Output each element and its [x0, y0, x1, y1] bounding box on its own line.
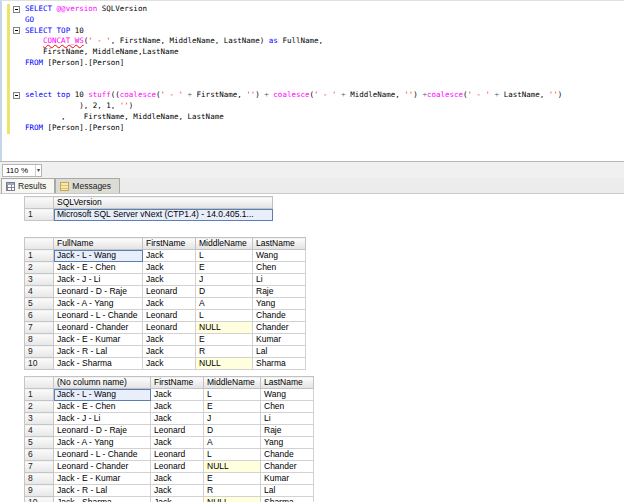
zoom-level-select[interactable]: 110 % ▾: [2, 164, 42, 177]
grid-cell[interactable]: Jack: [143, 262, 196, 274]
grid-cell[interactable]: Kumar: [253, 334, 306, 346]
grid-corner-cell[interactable]: [25, 377, 54, 389]
chevron-down-icon[interactable]: ▾: [35, 165, 41, 176]
code-area[interactable]: SELECT @@version SQLVersionGOSELECT TOP …: [2, 4, 624, 134]
grid-cell[interactable]: Jack: [151, 473, 204, 485]
row-number[interactable]: 1: [25, 209, 54, 221]
row-number[interactable]: 6: [25, 310, 54, 322]
grid-cell[interactable]: Yang: [253, 298, 306, 310]
grid-cell[interactable]: Wang: [261, 389, 314, 401]
code-line[interactable]: GO: [2, 15, 624, 26]
grid-cell[interactable]: E: [196, 334, 253, 346]
grid-cell[interactable]: Chande: [253, 310, 306, 322]
row-number[interactable]: 3: [25, 413, 54, 425]
code-line[interactable]: ), 2, 1, ''): [2, 101, 624, 112]
grid-cell[interactable]: L: [204, 389, 261, 401]
grid-cell[interactable]: Chen: [253, 262, 306, 274]
grid-cell[interactable]: Jack - L - Wang: [54, 250, 143, 262]
grid-cell[interactable]: A: [204, 437, 261, 449]
row-number[interactable]: 7: [25, 322, 54, 334]
grid-cell[interactable]: Jack: [143, 274, 196, 286]
code-line[interactable]: SELECT TOP 10: [2, 26, 624, 37]
grid-cell[interactable]: E: [196, 262, 253, 274]
column-header[interactable]: (No column name): [54, 377, 151, 389]
row-number[interactable]: 7: [25, 461, 54, 473]
tab-results[interactable]: Results: [1, 178, 55, 193]
grid-cell[interactable]: R: [204, 485, 261, 497]
grid-cell[interactable]: A: [196, 298, 253, 310]
grid-cell[interactable]: Yang: [261, 437, 314, 449]
column-header[interactable]: FirstName: [151, 377, 204, 389]
grid-cell[interactable]: Lal: [253, 346, 306, 358]
grid-cell[interactable]: Li: [261, 413, 314, 425]
grid-cell[interactable]: Jack - J - Li: [54, 274, 143, 286]
grid-cell[interactable]: Leonard: [143, 286, 196, 298]
row-number[interactable]: 8: [25, 473, 54, 485]
grid-cell[interactable]: Leonard: [151, 425, 204, 437]
code-line[interactable]: FROM [Person].[Person]: [2, 123, 624, 134]
column-header[interactable]: FullName: [54, 238, 143, 250]
grid-cell[interactable]: Chander: [253, 322, 306, 334]
row-number[interactable]: 4: [25, 425, 54, 437]
grid-cell[interactable]: Jack - R - Lal: [54, 485, 151, 497]
grid-cell[interactable]: D: [204, 425, 261, 437]
code-line[interactable]: FirstName, MiddleName,LastName: [2, 47, 624, 58]
grid-cell[interactable]: Leonard - L - Chande: [54, 449, 151, 461]
grid-cell[interactable]: R: [196, 346, 253, 358]
grid-cell[interactable]: NULL: [196, 322, 253, 334]
grid-cell[interactable]: Raje: [261, 425, 314, 437]
code-line[interactable]: FROM [Person].[Person]: [2, 58, 624, 69]
column-header[interactable]: LastName: [253, 238, 306, 250]
grid-cell[interactable]: Leonard: [143, 310, 196, 322]
grid-cell[interactable]: L: [196, 310, 253, 322]
code-line[interactable]: , FirstName, MiddleName, LastName: [2, 112, 624, 123]
tab-messages[interactable]: Messages: [55, 178, 120, 193]
grid-cell[interactable]: Wang: [253, 250, 306, 262]
grid-cell[interactable]: Raje: [253, 286, 306, 298]
grid-cell[interactable]: Jack: [151, 497, 204, 502]
row-number[interactable]: 2: [25, 262, 54, 274]
code-line[interactable]: select top 10 stuff((coalesce(' - ' + Fi…: [2, 90, 624, 101]
grid-cell[interactable]: Leonard - D - Raje: [54, 425, 151, 437]
code-line[interactable]: [2, 69, 624, 80]
grid-cell[interactable]: Lal: [261, 485, 314, 497]
grid-cell[interactable]: L: [204, 449, 261, 461]
column-header[interactable]: LastName: [261, 377, 314, 389]
grid-cell[interactable]: Jack: [151, 437, 204, 449]
row-number[interactable]: 2: [25, 401, 54, 413]
row-number[interactable]: 5: [25, 437, 54, 449]
row-number[interactable]: 9: [25, 485, 54, 497]
grid-cell[interactable]: J: [204, 413, 261, 425]
grid-cell[interactable]: Jack: [143, 346, 196, 358]
grid-cell[interactable]: Leonard: [151, 449, 204, 461]
grid-cell[interactable]: Chen: [261, 401, 314, 413]
grid-cell[interactable]: Jack: [143, 250, 196, 262]
grid-cell[interactable]: Leonard - D - Raje: [54, 286, 143, 298]
row-number[interactable]: 1: [25, 250, 54, 262]
grid-cell[interactable]: J: [196, 274, 253, 286]
code-line[interactable]: CONCAT_WS(' - ', FirstName, MiddleName, …: [2, 36, 624, 47]
grid-cell[interactable]: Jack: [143, 334, 196, 346]
grid-cell[interactable]: L: [196, 250, 253, 262]
grid-cell[interactable]: Jack - A - Yang: [54, 437, 151, 449]
row-number[interactable]: 8: [25, 334, 54, 346]
column-header[interactable]: MiddleName: [196, 238, 253, 250]
grid-cell[interactable]: NULL: [204, 497, 261, 502]
code-line[interactable]: [2, 80, 624, 91]
grid-cell[interactable]: Leonard - Chander: [54, 322, 143, 334]
grid-cell[interactable]: Jack - E - Kumar: [54, 473, 151, 485]
grid-cell[interactable]: Jack - L - Wang: [54, 389, 151, 401]
row-number[interactable]: 4: [25, 286, 54, 298]
column-header[interactable]: FirstName: [143, 238, 196, 250]
grid-cell[interactable]: Jack: [151, 413, 204, 425]
grid-cell[interactable]: E: [204, 473, 261, 485]
row-number[interactable]: 9: [25, 346, 54, 358]
collapse-minus-icon[interactable]: [13, 6, 20, 13]
grid-cell[interactable]: Microsoft SQL Server vNext (CTP1.4) - 14…: [54, 209, 273, 221]
row-number[interactable]: 1: [25, 389, 54, 401]
grid-cell[interactable]: Chande: [261, 449, 314, 461]
grid-cell[interactable]: Jack - A - Yang: [54, 298, 143, 310]
column-header[interactable]: SQLVersion: [54, 197, 273, 209]
query-editor[interactable]: SELECT @@version SQLVersionGOSELECT TOP …: [0, 0, 624, 161]
grid-cell[interactable]: Leonard: [143, 322, 196, 334]
